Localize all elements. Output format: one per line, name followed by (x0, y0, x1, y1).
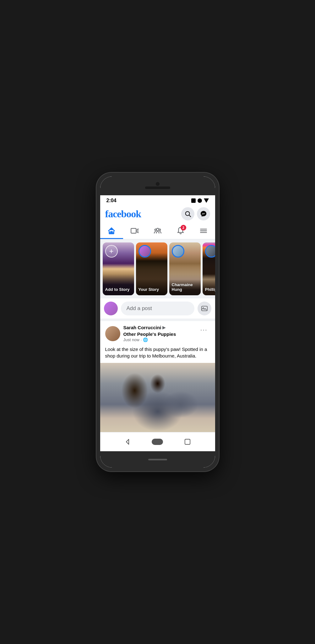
add-post-input[interactable]: Add a post (121, 302, 194, 315)
plus-icon: + (109, 247, 113, 255)
phone-top-bezel (100, 176, 215, 195)
add-post-placeholder: Add a post (127, 305, 152, 312)
post-container: Sarah Corruccini ▶ Other People's Puppie… (100, 321, 215, 432)
video-icon (130, 227, 138, 235)
svg-point-5 (155, 229, 156, 230)
your-story-avatar (138, 245, 151, 258)
tab-video[interactable] (123, 224, 146, 239)
wifi-icon (198, 198, 202, 203)
bottom-bar-indicator (148, 459, 167, 460)
tab-notifications[interactable]: 2 (169, 224, 192, 239)
tab-menu[interactable] (192, 224, 215, 239)
post-arrow: ▶ (162, 325, 166, 330)
post-privacy-icon: 🌐 (143, 337, 148, 342)
search-button[interactable] (181, 207, 194, 220)
home-hardware-button[interactable] (152, 436, 163, 447)
post-author-info: Sarah Corruccini ▶ Other People's Puppie… (123, 325, 198, 342)
groups-icon (154, 227, 162, 235)
add-media-button[interactable] (198, 302, 211, 315)
recents-icon (184, 438, 191, 445)
post-text: Look at the size of this puppy's paw! Sp… (100, 345, 215, 363)
back-button[interactable] (122, 436, 133, 447)
svg-point-4 (156, 228, 159, 231)
add-story-circle: + (105, 245, 118, 258)
post-meta: Just now · 🌐 (123, 337, 198, 342)
story-charmaine-hung[interactable]: Charmaine Hung (169, 242, 201, 295)
battery-icon (204, 198, 209, 203)
phillip-label: Phillip Du (205, 287, 215, 292)
camera (156, 182, 160, 186)
speaker (145, 186, 170, 189)
messenger-icon (200, 210, 207, 217)
charmaine-label: Charmaine Hung (172, 282, 201, 292)
post-header: Sarah Corruccini ▶ Other People's Puppie… (100, 321, 215, 345)
recents-button[interactable] (182, 436, 193, 447)
post-author-avatar (105, 326, 120, 341)
status-bar: 2:04 (100, 195, 215, 205)
home-pill (152, 439, 163, 445)
story-add-to-story[interactable]: + Add to Story (103, 242, 134, 295)
add-story-label: Add to Story (105, 287, 130, 292)
notification-badge: 2 (181, 225, 186, 230)
post-header-left: Sarah Corruccini ▶ Other People's Puppie… (105, 325, 198, 342)
search-icon (184, 210, 191, 217)
post-dot: · (141, 337, 142, 342)
stories-container: + Add to Story Your Story (100, 239, 215, 298)
charmaine-avatar (172, 245, 184, 258)
post-group-name[interactable]: Other People's Puppies (123, 331, 176, 337)
svg-marker-12 (126, 439, 129, 444)
screen: 2:04 facebook (100, 195, 215, 451)
header-icons (181, 207, 210, 220)
app-header: facebook (100, 205, 215, 224)
image-icon (201, 305, 208, 312)
bottom-nav (100, 432, 215, 451)
status-time: 2:04 (106, 198, 117, 203)
svg-line-1 (189, 215, 191, 217)
story-phillip-du[interactable]: Phillip Du (203, 242, 215, 295)
post-more-button[interactable]: ··· (198, 325, 210, 335)
post-image (100, 363, 215, 432)
nav-tabs: 2 (100, 224, 215, 239)
status-icons (191, 198, 209, 203)
user-avatar (104, 302, 118, 315)
svg-rect-13 (185, 439, 190, 445)
messenger-button[interactable] (197, 207, 210, 220)
tab-home[interactable] (100, 224, 123, 239)
your-story-label: Your Story (138, 287, 159, 292)
home-icon (107, 227, 116, 235)
add-post-bar: Add a post (100, 298, 215, 321)
signal-icon (191, 198, 196, 203)
post-time: Just now (123, 337, 139, 342)
svg-marker-3 (137, 229, 138, 233)
post-author-name: Sarah Corruccini ▶ Other People's Puppie… (123, 325, 198, 337)
svg-point-6 (159, 229, 160, 230)
phone-device: 2:04 facebook (96, 173, 219, 471)
story-your-story[interactable]: Your Story (136, 242, 167, 295)
phone-bottom-bezel (100, 451, 215, 468)
menu-icon (199, 227, 208, 235)
dog-image (100, 363, 215, 432)
facebook-logo: facebook (105, 208, 141, 220)
author-name-text[interactable]: Sarah Corruccini (123, 325, 161, 330)
svg-rect-2 (131, 228, 136, 233)
tab-groups[interactable] (146, 224, 169, 239)
back-icon (124, 438, 131, 446)
